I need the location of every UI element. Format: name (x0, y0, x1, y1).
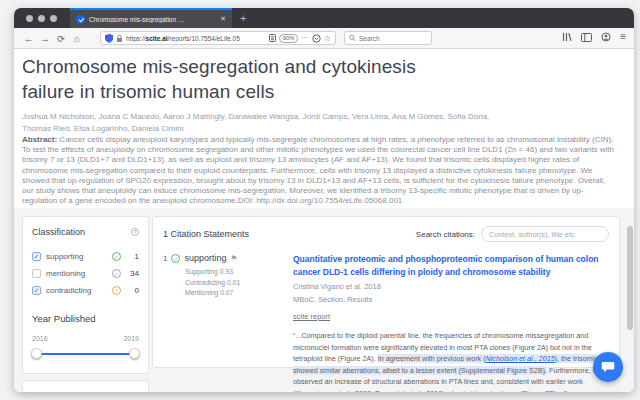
traffic-light-close-icon[interactable] (26, 15, 33, 22)
menu-icon[interactable]: ≡ (620, 32, 626, 42)
citation-detail-column: Quantitative proteomic and phosphoproteo… (293, 253, 627, 392)
mentioning-check-icon: ✓ (112, 269, 121, 278)
quote-text: ), also in trisomic clones (Figure 2B)..… (442, 389, 567, 392)
bookmark-star-icon[interactable]: ☆ (324, 34, 331, 43)
classification-filters: ✓ supporting ✓ 1 mentioning ✓ 34 ✓ contr… (32, 248, 139, 299)
quote-citation-link[interactable]: Passerini et al., 2016 (375, 389, 442, 392)
citation-badge-label: supporting (184, 253, 226, 263)
filter-row-supporting: ✓ supporting ✓ 1 (32, 248, 139, 265)
home-icon[interactable]: ⌂ (74, 33, 80, 44)
filter-row-contradicting: ✓ contradicting ! 0 (32, 282, 139, 299)
supporting-count: 1 (126, 252, 139, 261)
contradicting-count: 0 (126, 286, 139, 295)
classification-scores: Supporting 0.93 Contradicting 0.01 Menti… (185, 267, 293, 299)
citation-statements-count: 1 Citation Statements (163, 229, 249, 239)
sidebar-icon[interactable] (581, 33, 592, 42)
new-tab-button[interactable]: + (240, 11, 246, 25)
navigation-toolbar: ← → ⟳ ⌂ https://scite.ai/reports/10.7554… (14, 28, 634, 49)
page-title: Chromosome mis-segregation and cytokines… (22, 54, 467, 104)
citations-header: 1 Citation Statements Search citations: (163, 226, 609, 242)
url-host: scite.ai (146, 35, 168, 42)
score-mentioning: Mentioning 0.07 (185, 288, 293, 299)
search-citations-label: Search citations: (416, 230, 475, 239)
lock-icon (116, 34, 123, 43)
info-icon[interactable]: ? (131, 228, 139, 236)
cited-paper-title-link[interactable]: Quantitative proteomic and phosphoproteo… (293, 253, 623, 279)
zoom-level-badge[interactable]: 90% (279, 34, 299, 43)
chat-widget-button[interactable] (593, 352, 623, 382)
cited-paper-source: MBoC, Section: Results (293, 294, 623, 305)
mentioning-count: 34 (126, 269, 139, 278)
abstract-label: Abstract: (22, 135, 57, 144)
classification-panel: Classification ? ✓ supporting ✓ 1 mentio… (22, 216, 149, 374)
slider-handle-max[interactable] (129, 348, 140, 359)
classification-header: Classification ? (32, 227, 139, 237)
traffic-light-zoom-icon[interactable] (50, 15, 57, 22)
page-actions-icon[interactable]: ⋯ (301, 34, 309, 42)
library-icon[interactable] (562, 32, 572, 42)
citation-classification-column: 1 ✓ supporting ⚑ Supporting 0.93 Contrad… (163, 253, 293, 392)
year-range-labels: 2016 2019 (32, 335, 139, 342)
reload-icon[interactable]: ⟳ (57, 33, 65, 44)
score-supporting: Supporting 0.93 (185, 267, 293, 278)
search-icon (349, 34, 356, 42)
slider-handle-min[interactable] (31, 348, 42, 359)
citation-search: Search citations: (416, 226, 609, 242)
chat-bubble-icon (601, 361, 615, 374)
contradicting-exclaim-icon: ! (112, 286, 121, 295)
browser-window: Chromosome mis-segregation … ✕ + ← → ⟳ ⌂… (14, 8, 634, 392)
supporting-checkbox[interactable]: ✓ (32, 252, 41, 261)
supporting-check-icon: ✓ (112, 252, 121, 261)
url-path: /reports/10.7554/eLife.05 (168, 35, 240, 42)
flag-icon[interactable]: ⚑ (230, 254, 237, 263)
scrollbar-thumb[interactable] (627, 226, 633, 330)
quote-citation-link[interactable]: Nicholson et al., 2015 (486, 354, 555, 363)
filter-label[interactable]: mentioning (46, 269, 107, 278)
url-text[interactable]: https://scite.ai/reports/10.7554/eLife.0… (126, 35, 266, 42)
url-scheme: https:// (126, 35, 146, 42)
scite-report-link[interactable]: scite report (293, 312, 330, 321)
authors-line: Joshua M Nicholson, Joana C Macedo, Aaro… (22, 111, 497, 134)
year-max-label: 2019 (123, 335, 139, 342)
filter-label[interactable]: supporting (46, 252, 107, 261)
classification-title: Classification (32, 227, 85, 237)
filter-row-mentioning: mentioning ✓ 34 (32, 265, 139, 282)
tab-close-icon[interactable]: ✕ (220, 15, 226, 23)
citation-search-input[interactable] (481, 226, 609, 242)
contradicting-checkbox[interactable]: ✓ (32, 286, 41, 295)
tab-bar: Chromosome mis-segregation … ✕ + (14, 8, 634, 28)
year-published-title: Year Published (32, 313, 139, 324)
browser-search-box[interactable] (344, 31, 432, 45)
reader-view-icon[interactable] (269, 34, 276, 42)
page-content: Chromosome mis-segregation and cytokines… (14, 49, 634, 392)
citation-index: 1 (163, 254, 167, 263)
quote-citation-link[interactable]: Kuznetsova et al., 2015 (295, 389, 370, 392)
browser-search-input[interactable] (359, 35, 427, 42)
citation-badge-row: 1 ✓ supporting ⚑ (163, 253, 293, 263)
year-min-label: 2016 (32, 335, 48, 342)
url-bar[interactable]: https://scite.ai/reports/10.7554/eLife.0… (100, 31, 336, 45)
toolbar-right-icons: ≡ (562, 32, 626, 42)
tab-title: Chromosome mis-segregation … (89, 16, 216, 23)
scite-favicon-icon (76, 15, 85, 24)
tracking-protection-shield-icon[interactable] (105, 34, 113, 43)
forward-icon[interactable]: → (40, 33, 50, 44)
browser-tab[interactable]: Chromosome mis-segregation … ✕ (70, 8, 232, 28)
back-icon[interactable]: ← (24, 33, 34, 44)
pocket-icon[interactable] (312, 34, 321, 43)
score-contradicting: Contradicting 0.01 (185, 278, 293, 289)
supporting-check-icon: ✓ (171, 254, 180, 263)
account-icon[interactable] (601, 32, 611, 42)
next-filter-card (22, 380, 149, 392)
abstract-text: Abstract: Cancer cells display aneuploid… (22, 135, 616, 207)
year-range-slider[interactable] (32, 348, 139, 361)
citation-item: 1 ✓ supporting ⚑ Supporting 0.93 Contrad… (163, 253, 609, 392)
citation-quote: “...Compared to the diploid parental lin… (293, 330, 623, 392)
citations-panel: 1 Citation Statements Search citations: … (152, 216, 620, 368)
filter-label[interactable]: contradicting (46, 286, 107, 295)
abstract-body: Cancer cells display aneuploid karyotype… (22, 135, 614, 205)
quote-highlight: In agreement with previous work ( (378, 354, 486, 363)
traffic-light-minimize-icon[interactable] (38, 15, 45, 22)
mentioning-checkbox[interactable] (32, 269, 41, 278)
slider-track (34, 353, 137, 355)
